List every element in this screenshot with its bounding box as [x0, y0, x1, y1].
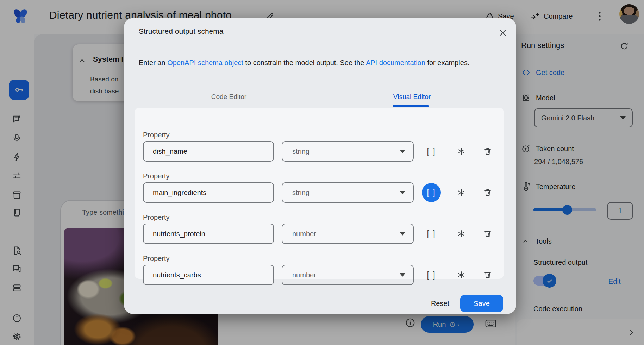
chevron-down-icon: [400, 191, 405, 194]
property-type-value: number: [292, 271, 316, 279]
asterisk-icon: [457, 271, 465, 279]
structured-output-schema-modal: Structured output schema Enter an OpenAP…: [124, 18, 516, 314]
active-tab-underline: [393, 105, 429, 107]
delete-property-button[interactable]: [478, 224, 498, 244]
trash-icon: [483, 230, 492, 238]
openapi-schema-link[interactable]: OpenAPI schema object: [167, 59, 243, 67]
property-label: Property: [143, 213, 170, 221]
reset-button[interactable]: Reset: [423, 296, 458, 311]
description-text: Enter an: [139, 59, 167, 67]
property-row: main_ingredients string [ ]: [135, 182, 504, 203]
chevron-down-icon: [400, 273, 405, 277]
modal-save-button[interactable]: Save: [460, 295, 503, 312]
array-toggle-button[interactable]: [ ]: [421, 141, 441, 162]
close-icon[interactable]: [496, 26, 509, 39]
property-type-select[interactable]: string: [282, 182, 414, 203]
api-documentation-link[interactable]: API documentation: [366, 59, 425, 67]
required-toggle-button[interactable]: [451, 224, 471, 244]
delete-property-button[interactable]: [478, 141, 498, 162]
property-type-value: string: [292, 148, 310, 156]
property-label: Property: [143, 131, 170, 139]
property-row: nutrients_protein number [ ]: [135, 224, 504, 244]
property-name-input[interactable]: main_ingredients: [143, 182, 274, 203]
property-label: Property: [143, 255, 170, 263]
modal-title: Structured output schema: [139, 27, 223, 36]
modal-description: Enter an OpenAPI schema object to constr…: [139, 59, 469, 67]
property-type-select[interactable]: string: [282, 141, 414, 162]
chevron-down-icon: [400, 150, 405, 153]
asterisk-icon: [457, 147, 465, 156]
required-toggle-button[interactable]: [451, 265, 471, 285]
tab-code-editor[interactable]: Code Editor: [176, 88, 282, 106]
asterisk-icon: [457, 188, 465, 197]
property-type-select[interactable]: number: [282, 224, 414, 244]
required-toggle-button[interactable]: [451, 182, 471, 203]
property-name-input[interactable]: dish_name: [143, 141, 274, 162]
description-text: to constrain the model output. See the: [243, 59, 366, 67]
property-name-input[interactable]: nutrients_carbs: [143, 265, 274, 285]
app-window: Dietary nutrient analysis of meal photo …: [0, 0, 644, 345]
delete-property-button[interactable]: [478, 265, 498, 285]
array-toggle-button[interactable]: [ ]: [421, 265, 441, 285]
array-toggle-button[interactable]: [ ]: [421, 224, 441, 244]
trash-icon: [483, 271, 492, 279]
description-text: for examples.: [425, 59, 470, 67]
asterisk-icon: [457, 230, 465, 238]
chevron-down-icon: [400, 232, 405, 236]
trash-icon: [483, 147, 492, 156]
tab-visual-editor[interactable]: Visual Editor: [359, 88, 465, 106]
property-row: dish_name string [ ]: [135, 141, 504, 162]
array-toggle-button-active[interactable]: [ ]: [422, 183, 441, 202]
delete-property-button[interactable]: [478, 182, 498, 203]
property-type-value: string: [292, 189, 310, 197]
property-row: nutrients_carbs number [ ]: [135, 265, 504, 285]
property-type-select[interactable]: number: [282, 265, 414, 285]
schema-properties-panel: Property dish_name string [ ]: [135, 108, 504, 279]
trash-icon: [483, 188, 492, 197]
property-label: Property: [143, 172, 170, 180]
property-type-value: number: [292, 230, 316, 238]
required-toggle-button[interactable]: [451, 141, 471, 162]
property-name-input[interactable]: nutrients_protein: [143, 224, 274, 244]
modal-header-divider: [124, 45, 516, 45]
